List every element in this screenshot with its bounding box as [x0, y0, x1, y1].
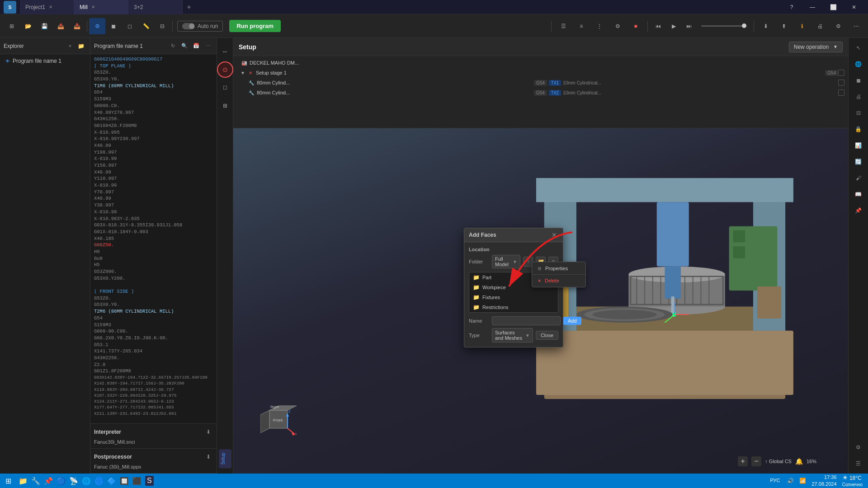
right-lock-icon[interactable]: 🔒: [851, 122, 866, 136]
zoom-plus-button[interactable]: +: [738, 456, 748, 466]
tree-row-machine[interactable]: 🏭 DECKEL MAHO DM...: [233, 58, 848, 68]
sidebar-icon-2[interactable]: ⊙: [217, 61, 233, 78]
windows-start-icon[interactable]: ⊞: [5, 477, 11, 485]
context-menu-delete[interactable]: ✕ Delete: [532, 276, 585, 286]
code-content[interactable]: G00G21G40G49G69C80G90G17 ( TOP PLANE ) G…: [90, 54, 217, 423]
folder-select[interactable]: Full Model ▼: [492, 255, 520, 268]
interpreter-download-button[interactable]: ⬇: [204, 427, 213, 436]
taskbar-icon-app[interactable]: S: [145, 476, 154, 486]
sidebar-icon-4[interactable]: ⊞: [217, 98, 233, 114]
right-globe-icon[interactable]: 🌐: [851, 57, 866, 71]
gear-icon[interactable]: ⚙: [830, 18, 846, 34]
taskbar-icon-9[interactable]: 🔲: [120, 477, 129, 485]
right-pin-icon[interactable]: 📌: [851, 203, 866, 218]
more-icon[interactable]: ⋯: [848, 18, 864, 34]
info-icon[interactable]: ℹ: [794, 18, 810, 34]
taskbar-icon-4[interactable]: 🔵: [57, 477, 66, 485]
tree-row-stage[interactable]: ▼ ✕ Setup stage 1 G54: [233, 68, 848, 78]
tool-2-checkbox[interactable]: [838, 89, 844, 96]
list-icon[interactable]: ≡: [573, 18, 590, 34]
tab-mill[interactable]: Mill ✕: [74, 0, 128, 14]
run-program-button[interactable]: Run program: [229, 20, 281, 32]
play-icon[interactable]: ▶: [667, 19, 680, 33]
wire-icon[interactable]: ◻: [122, 18, 138, 34]
right-chart-icon[interactable]: 📊: [851, 138, 866, 153]
viewport[interactable]: Front Right Z X + − ↑ Global CS 🔔: [233, 128, 848, 474]
close-button[interactable]: Close: [536, 331, 558, 340]
tab-project1[interactable]: Project1 ✕: [20, 0, 74, 14]
import-icon[interactable]: 📥: [69, 18, 85, 34]
orientation-gizmo[interactable]: Front Right Z X: [260, 401, 297, 437]
notification-icon[interactable]: 🔔: [795, 458, 803, 465]
help-button[interactable]: ?: [781, 0, 802, 14]
code-more-button[interactable]: ⋯: [203, 41, 213, 51]
upload-icon[interactable]: ⬆: [776, 18, 792, 34]
right-refresh-icon[interactable]: 🔄: [851, 155, 866, 169]
tool-1-checkbox[interactable]: [838, 80, 844, 86]
sidebar-icon-3[interactable]: ☐: [217, 80, 233, 96]
taskbar-icon-8[interactable]: 🔷: [107, 477, 116, 485]
open-file-icon[interactable]: 📂: [20, 18, 36, 34]
maximize-button[interactable]: ⬜: [823, 0, 844, 14]
taskbar-icon-6[interactable]: 🌐: [82, 477, 91, 485]
taskbar-icon-10[interactable]: ⬛: [132, 477, 142, 485]
tree-row-tool-2[interactable]: 🔧 80mm Cylind... G54 T#2 10mm Cylindrica…: [233, 88, 848, 98]
right-book-icon[interactable]: 📖: [851, 187, 866, 202]
right-cube-icon[interactable]: ◼: [851, 73, 866, 88]
right-layers-icon[interactable]: ⊟: [851, 106, 866, 120]
code-refresh-button[interactable]: ↻: [168, 41, 178, 51]
tree-row-tool-1[interactable]: 🔧 80mm Cylind... G54 T#1 10mm Cylindrica…: [233, 78, 848, 88]
right-brush-icon[interactable]: 🖌: [851, 171, 866, 185]
tab-close-mill[interactable]: ✕: [91, 5, 95, 9]
table-icon[interactable]: ⊟: [154, 18, 170, 34]
zoom-minus-button[interactable]: −: [751, 456, 761, 466]
measure-icon[interactable]: 📏: [138, 18, 154, 34]
menu-lines-icon[interactable]: ☰: [555, 18, 571, 34]
solid-icon[interactable]: ◼: [105, 18, 122, 34]
list2-icon[interactable]: ⋮: [591, 18, 608, 34]
taskbar-folder-icon[interactable]: 📁: [19, 477, 28, 485]
taskbar-icon-5[interactable]: 📡: [69, 477, 78, 485]
explorer-add-button[interactable]: +: [65, 41, 75, 52]
code-search-button[interactable]: 🔍: [179, 41, 189, 51]
stop-icon[interactable]: ■: [627, 18, 644, 34]
print-icon[interactable]: 🖨: [812, 18, 828, 34]
tab-3plus2[interactable]: 3+2: [128, 0, 183, 14]
taskbar-icon-7[interactable]: 🌀: [94, 477, 104, 485]
dialog-close-button[interactable]: ✕: [550, 231, 558, 239]
cam-icon[interactable]: ⚙: [89, 18, 105, 34]
download-icon[interactable]: ⬇: [758, 18, 774, 34]
context-menu-properties[interactable]: ⚙ Properties: [532, 263, 585, 273]
add-button[interactable]: Add: [563, 317, 581, 325]
taskbar-icon-2[interactable]: 🔧: [31, 477, 40, 485]
skip-back-icon[interactable]: ⏮: [651, 19, 665, 33]
skip-forward-icon[interactable]: ⏭: [682, 19, 696, 33]
right-settings-icon[interactable]: ⚙: [851, 440, 866, 455]
auto-run-toggle[interactable]: Auto run: [177, 21, 223, 32]
stage-checkbox[interactable]: [838, 70, 844, 76]
name-input[interactable]: [492, 316, 561, 325]
sidebar-icon-1[interactable]: ↔: [217, 43, 233, 60]
explorer-folder-button[interactable]: 📁: [75, 41, 86, 52]
close-button[interactable]: ✕: [844, 0, 864, 14]
grid-icon[interactable]: ⊞: [4, 18, 20, 34]
right-print-icon[interactable]: 🖨: [851, 89, 866, 104]
add-tab-button[interactable]: +: [183, 1, 195, 14]
minimize-button[interactable]: —: [802, 0, 823, 14]
tab-close-project1[interactable]: ✕: [49, 5, 52, 9]
right-menu-icon[interactable]: ☰: [851, 456, 866, 471]
settings-icon[interactable]: ⚙: [609, 18, 626, 34]
save-icon[interactable]: 💾: [36, 18, 52, 34]
setup-tab[interactable]: Setup: [219, 449, 231, 468]
explorer-item-program[interactable]: 👁 Program file name 1: [2, 56, 88, 66]
folder-item-restrictions[interactable]: 📁 Restrictions: [469, 302, 558, 312]
export-icon[interactable]: 📤: [52, 18, 69, 34]
right-cursor-icon[interactable]: ↖: [851, 41, 866, 55]
postprocessor-download-button[interactable]: ⬇: [204, 452, 213, 461]
taskbar-icon-3[interactable]: 📌: [44, 477, 53, 485]
type-select[interactable]: Surfaces and Meshes ▼: [492, 328, 533, 343]
zoom-level: 16%: [807, 459, 816, 464]
new-operation-button[interactable]: New operation ▼: [789, 42, 843, 52]
folder-item-fixtures[interactable]: 📁 Fixtures: [469, 292, 558, 302]
code-calendar-button[interactable]: 📅: [191, 41, 201, 51]
